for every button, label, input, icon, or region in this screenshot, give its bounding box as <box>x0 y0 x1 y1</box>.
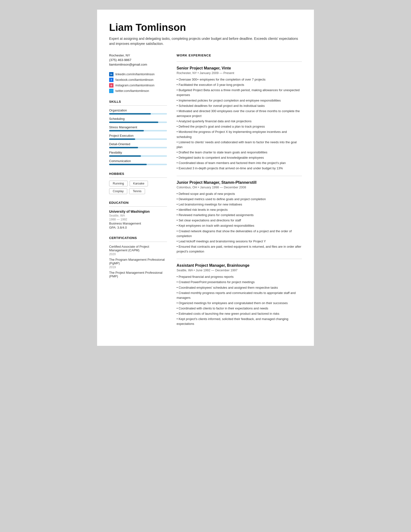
education-title: EDUCATION <box>109 201 167 205</box>
right-column: WORK EXPERIENCE Senior Project Manager, … <box>177 54 302 331</box>
skill-item: Stress Management <box>109 125 167 132</box>
contact-block: Rochester, NY (375) 463-9867 liamtomlins… <box>109 54 167 66</box>
skill-name: Stress Management <box>109 125 167 129</box>
contact-location: Rochester, NY <box>109 54 167 57</box>
skill-bar-bg <box>109 122 167 123</box>
social-instagram: ◎ instagram.com/liamtomlinson <box>109 83 167 87</box>
job-bullet: • Identified risk levels in new projects <box>177 207 302 212</box>
job-bullet: • Reviewed marketing plans for completed… <box>177 213 302 218</box>
job-entry: Junior Project Manager, Stamm-Pfannersti… <box>177 180 302 254</box>
education-divider <box>109 206 167 207</box>
cert-year: 2019 <box>109 266 167 269</box>
job-bullet: • Created monthly progress reports and c… <box>177 291 302 300</box>
job-entry: Senior Project Manager, Vinte Rochester,… <box>177 66 302 171</box>
certifications-title: CERTIFICATIONS <box>109 236 167 240</box>
hobby-tag: Tennis <box>129 188 145 194</box>
job-meta: Seattle, WA • June 1992 — December 1997 <box>177 268 302 272</box>
skills-title: SKILLS <box>109 100 167 104</box>
job-title: Junior Project Manager, Stamm-Pfannersti… <box>177 180 302 185</box>
skill-bar-fill <box>109 138 135 140</box>
jobs-list: Senior Project Manager, Vinte Rochester,… <box>177 66 302 326</box>
main-content: Rochester, NY (375) 463-9867 liamtomlins… <box>109 54 302 331</box>
job-bullets: • Prepared financial and progress report… <box>177 275 302 326</box>
job-bullet: • Motivated and directed 300 employees o… <box>177 109 302 118</box>
job-bullet: • Set clear expectations and directions … <box>177 218 302 223</box>
job-bullet: • Kept project's clients informed, solic… <box>177 317 302 326</box>
linkedin-icon: in <box>109 72 113 76</box>
hobby-tag: Cosplay <box>109 188 127 194</box>
job-bullet: • Kept employees on track with assigned … <box>177 223 302 228</box>
job-entry: Assistant Project Manager, Brainlounge S… <box>177 263 302 326</box>
candidate-summary: Expert at assigning and delegating tasks… <box>109 36 302 46</box>
job-bullet: • Drafted the team charter to state team… <box>177 150 302 155</box>
edu-school: University of Washington <box>109 209 167 213</box>
skills-list: Organization Scheduling Stress Managemen… <box>109 109 167 165</box>
job-title: Assistant Project Manager, Brainlounge <box>177 263 302 268</box>
skill-name: Detail-Oriented <box>109 142 167 146</box>
certifications-divider <box>109 242 167 242</box>
instagram-url: instagram.com/liamtomlinson <box>115 84 155 87</box>
cert-entry: Certified Associate of Project Managemen… <box>109 245 167 256</box>
skill-bar-bg <box>109 164 167 165</box>
skill-item: Communication <box>109 159 167 165</box>
skill-name: Scheduling <box>109 117 167 121</box>
hobby-tag: Karoake <box>130 181 148 186</box>
job-bullet: • Monitored the progress of Project X by… <box>177 130 302 139</box>
skill-name: Flexibility <box>109 151 167 154</box>
skill-name: Organization <box>109 109 167 112</box>
resume-header: Liam Tomlinson Expert at assigning and d… <box>109 22 302 46</box>
job-bullet: • Oversaw 300+ employees for the complet… <box>177 77 302 82</box>
job-bullet: • Created network diagrams that show the… <box>177 229 302 238</box>
job-bullet: • Executed 3 in-depth projects that arri… <box>177 166 302 171</box>
linkedin-url: linkedin.com/in/liamtomlinson <box>115 73 155 76</box>
twitter-icon: 🐦 <box>109 89 113 93</box>
contact-phone: (375) 463-9867 <box>109 58 167 62</box>
education-list: University of Washington Seattle, WA 198… <box>109 209 167 229</box>
job-bullet: • Estimated costs of launching the new g… <box>177 311 302 316</box>
cert-name: Certified Associate of Project Managemen… <box>109 245 167 252</box>
job-bullet: • Organized meetings for employees and c… <box>177 301 302 305</box>
job-bullets: • Oversaw 300+ employees for the complet… <box>177 77 302 171</box>
hobbies-block: HOBBIES RunningKaroakeCosplayTennis <box>109 172 167 194</box>
cert-name: The Program Management Professional (PgM… <box>109 258 167 265</box>
skill-bar-bg <box>109 155 167 157</box>
skill-item: Detail-Oriented <box>109 142 167 148</box>
social-block: in linkedin.com/in/liamtomlinson f faceb… <box>109 72 167 93</box>
job-bullet: • Delegated tasks to competent and knowl… <box>177 155 302 160</box>
candidate-name: Liam Tomlinson <box>109 22 302 33</box>
job-bullet: • Listened to clients' needs and collabo… <box>177 140 302 150</box>
edu-years: 1988 — 1992 <box>109 218 167 221</box>
facebook-icon: f <box>109 78 113 82</box>
job-bullet: • Created PowerPoint presentations for p… <box>177 280 302 285</box>
facebook-url: facebook.com/liamtomlinson <box>115 78 154 82</box>
job-bullet: • Defined scope and goals of new project… <box>177 191 302 196</box>
certifications-block: CERTIFICATIONS Certified Associate of Pr… <box>109 236 167 278</box>
job-bullet: • Coordinated ideas of team members and … <box>177 161 302 165</box>
skill-bar-bg <box>109 113 167 114</box>
job-bullet: • Developed metrics used to define goals… <box>177 197 302 202</box>
job-bullet: • Facilitated the execution of 3 year-lo… <box>177 83 302 87</box>
contact-email: liamtomlinson@gmail.com <box>109 63 167 66</box>
skill-bar-bg <box>109 130 167 132</box>
job-bullet: • Led brainstorming meetings for new ini… <box>177 202 302 207</box>
skill-bar-fill <box>109 130 144 132</box>
skill-bar-fill <box>109 164 147 165</box>
job-bullets: • Defined scope and goals of new project… <box>177 191 302 254</box>
cert-name: The Project Management Professional (PMP… <box>109 271 167 278</box>
skill-item: Scheduling <box>109 117 167 123</box>
job-meta: Colombus, OH • January 1998 — December 2… <box>177 185 302 189</box>
job-bullet: • Lead kickoff meetings and brainstormin… <box>177 239 302 244</box>
hobbies-title: HOBBIES <box>109 172 167 176</box>
skill-item: Project Execution <box>109 134 167 140</box>
edu-location: Seattle, WA <box>109 214 167 217</box>
skill-bar-fill <box>109 147 138 148</box>
job-bullet: • Coordinated with clients to factor in … <box>177 306 302 311</box>
job-bullet: • Budgeted Project Beta across a three m… <box>177 88 302 97</box>
job-bullet: • Scheduled deadlines for overall projec… <box>177 104 302 108</box>
skill-bar-fill <box>109 113 151 114</box>
job-bullet: • Implemented policies for project compl… <box>177 98 302 103</box>
job-title: Senior Project Manager, Vinte <box>177 66 302 70</box>
skill-bar-fill <box>109 122 158 123</box>
cert-list: Certified Associate of Project Managemen… <box>109 245 167 278</box>
skill-bar-bg <box>109 138 167 140</box>
